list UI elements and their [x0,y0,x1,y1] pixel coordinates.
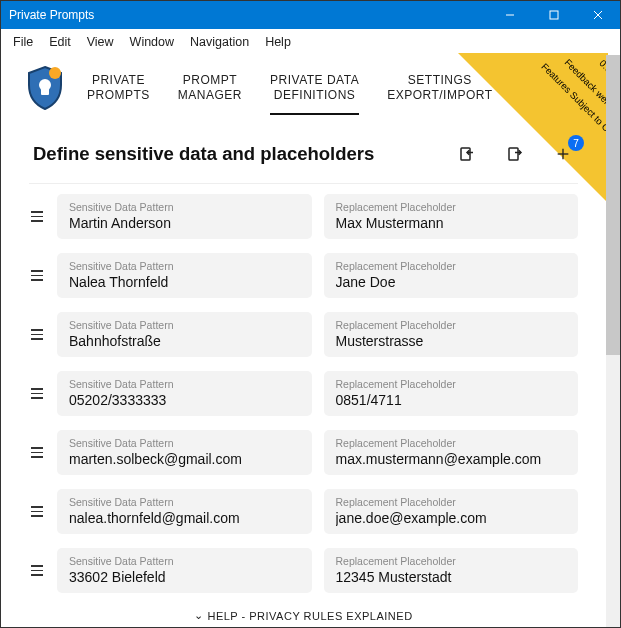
placeholder-value: 0851/4711 [336,392,567,408]
pattern-cell[interactable]: Sensitive Data PatternNalea Thornfeld [57,253,312,298]
pattern-value: Martin Anderson [69,215,300,231]
placeholder-label: Replacement Placeholder [336,378,567,390]
pattern-label: Sensitive Data Pattern [69,319,300,331]
pattern-value: Nalea Thornfeld [69,274,300,290]
definitions-list: Sensitive Data PatternMartin AndersonRep… [1,184,606,593]
scrollbar[interactable] [606,55,620,627]
placeholder-cell[interactable]: Replacement PlaceholderMusterstrasse [324,312,579,357]
pattern-label: Sensitive Data Pattern [69,378,300,390]
drag-handle-icon[interactable] [29,329,45,340]
menu-window[interactable]: Window [122,33,182,51]
pattern-cell[interactable]: Sensitive Data Patternnalea.thornfeld@gm… [57,489,312,534]
definition-row: Sensitive Data Pattern05202/3333333Repla… [29,371,578,416]
pattern-value: Bahnhofstraße [69,333,300,349]
placeholder-value: jane.doe@example.com [336,510,567,526]
tab-prompt-manager[interactable]: PROMPT MANAGER [178,67,242,115]
header-actions: 7 [456,143,574,165]
placeholder-label: Replacement Placeholder [336,319,567,331]
svg-rect-5 [41,87,49,95]
placeholder-label: Replacement Placeholder [336,555,567,567]
placeholder-label: Replacement Placeholder [336,201,567,213]
drag-handle-icon[interactable] [29,388,45,399]
scrollbar-thumb[interactable] [606,55,620,355]
pattern-label: Sensitive Data Pattern [69,201,300,213]
window-title: Private Prompts [9,8,488,22]
placeholder-cell[interactable]: Replacement Placeholder12345 Musterstadt [324,548,579,593]
pattern-cell[interactable]: Sensitive Data PatternMartin Anderson [57,194,312,239]
section-header: Define sensitive data and placeholders 7 [1,115,606,175]
window-close-button[interactable] [576,1,620,29]
pattern-label: Sensitive Data Pattern [69,260,300,272]
placeholder-cell[interactable]: Replacement Placeholderjane.doe@example.… [324,489,579,534]
import-button[interactable] [456,143,478,165]
drag-handle-icon[interactable] [29,270,45,281]
pattern-cell[interactable]: Sensitive Data Pattern05202/3333333 [57,371,312,416]
pattern-cell[interactable]: Sensitive Data Patternmarten.solbeck@gma… [57,430,312,475]
drag-handle-icon[interactable] [29,211,45,222]
pattern-value: 33602 Bielefeld [69,569,300,585]
definition-row: Sensitive Data PatternNalea ThornfeldRep… [29,253,578,298]
chevron-down-icon: ⌄ [194,609,204,622]
menu-view[interactable]: View [79,33,122,51]
export-button[interactable] [504,143,526,165]
definition-row: Sensitive Data Patternmarten.solbeck@gma… [29,430,578,475]
menu-file[interactable]: File [5,33,41,51]
tab-private-prompts[interactable]: PRIVATE PROMPTS [87,67,150,115]
pattern-value: marten.solbeck@gmail.com [69,451,300,467]
definition-row: Sensitive Data PatternMartin AndersonRep… [29,194,578,239]
help-expander[interactable]: ⌄ HELP - PRIVACY RULES EXPLAINED [1,610,606,623]
tab-settings-export-import[interactable]: SETTINGS EXPORT/IMPORT [387,67,492,115]
drag-handle-icon[interactable] [29,565,45,576]
content-area: PRIVATE PROMPTS PROMPT MANAGER PRIVATE D… [1,55,606,627]
definition-row: Sensitive Data Pattern33602 BielefeldRep… [29,548,578,593]
header: PRIVATE PROMPTS PROMPT MANAGER PRIVATE D… [1,55,606,115]
placeholder-label: Replacement Placeholder [336,496,567,508]
pattern-label: Sensitive Data Pattern [69,555,300,567]
tab-private-data-definitions[interactable]: PRIVATE DATA DEFINITIONS [270,67,359,115]
placeholder-value: max.mustermann@example.com [336,451,567,467]
svg-rect-8 [509,148,518,160]
main-tabs: PRIVATE PROMPTS PROMPT MANAGER PRIVATE D… [87,67,493,115]
svg-point-6 [49,67,61,79]
window-minimize-button[interactable] [488,1,532,29]
page-title: Define sensitive data and placeholders [33,143,456,165]
placeholder-cell[interactable]: Replacement PlaceholderMax Mustermann [324,194,579,239]
placeholder-value: Jane Doe [336,274,567,290]
placeholder-cell[interactable]: Replacement Placeholder0851/4711 [324,371,579,416]
placeholder-value: Max Mustermann [336,215,567,231]
placeholder-cell[interactable]: Replacement PlaceholderJane Doe [324,253,579,298]
pattern-label: Sensitive Data Pattern [69,496,300,508]
menu-bar: File Edit View Window Navigation Help [1,29,620,55]
placeholder-cell[interactable]: Replacement Placeholdermax.mustermann@ex… [324,430,579,475]
pattern-cell[interactable]: Sensitive Data PatternBahnhofstraße [57,312,312,357]
menu-help[interactable]: Help [257,33,299,51]
pattern-cell[interactable]: Sensitive Data Pattern33602 Bielefeld [57,548,312,593]
app-logo-icon [21,63,69,111]
pattern-label: Sensitive Data Pattern [69,437,300,449]
definition-row: Sensitive Data Patternnalea.thornfeld@gm… [29,489,578,534]
menu-edit[interactable]: Edit [41,33,79,51]
placeholder-value: Musterstrasse [336,333,567,349]
add-badge: 7 [568,135,584,151]
placeholder-label: Replacement Placeholder [336,437,567,449]
drag-handle-icon[interactable] [29,506,45,517]
help-label: HELP - PRIVACY RULES EXPLAINED [207,610,412,622]
window-titlebar: Private Prompts [1,1,620,29]
svg-rect-1 [550,11,558,19]
pattern-value: nalea.thornfeld@gmail.com [69,510,300,526]
add-button[interactable]: 7 [552,143,574,165]
pattern-value: 05202/3333333 [69,392,300,408]
placeholder-label: Replacement Placeholder [336,260,567,272]
menu-navigation[interactable]: Navigation [182,33,257,51]
drag-handle-icon[interactable] [29,447,45,458]
definition-row: Sensitive Data PatternBahnhofstraßeRepla… [29,312,578,357]
placeholder-value: 12345 Musterstadt [336,569,567,585]
window-maximize-button[interactable] [532,1,576,29]
